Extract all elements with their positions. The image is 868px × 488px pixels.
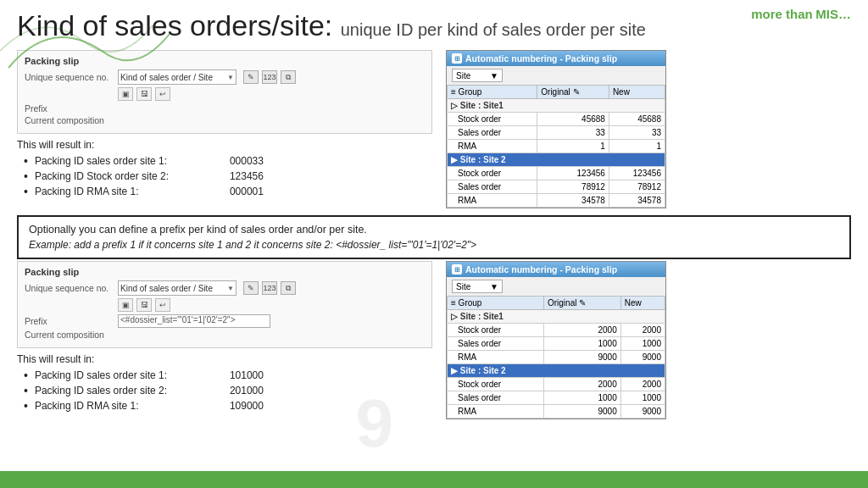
num-icon-btn-2[interactable]: 123	[262, 281, 277, 295]
win-app-icon: ⊞	[452, 53, 462, 64]
result-intro-1: This will result in:	[17, 139, 432, 151]
copy-icon-btn[interactable]: ⧉	[281, 70, 296, 84]
brand-tagline: more than	[751, 7, 813, 21]
table-row: Sales order 33 33	[448, 126, 665, 140]
page-number-deco: 9	[356, 385, 394, 463]
row-new: 78912	[609, 180, 665, 194]
title-sub: unique ID per kind of sales order per si…	[341, 20, 646, 39]
an-table-2: ≡ Group Original ✎ New ▷ Site : Site1 St…	[447, 296, 665, 419]
item-label: Packing ID RMA site 1:	[35, 186, 230, 197]
bottom-bar	[0, 471, 868, 488]
tool-btn-2-1[interactable]: ▣	[118, 298, 133, 312]
site2-label-2: ▶ Site : Site 2	[448, 364, 665, 378]
win-title-bar-2: ⊞ Automatic numbering - Packing slip	[447, 262, 665, 277]
table-row: Sales order 1000 1000	[448, 337, 665, 351]
row-original: 45688	[537, 113, 609, 126]
col-new-2: New	[620, 297, 665, 310]
item-label: Packing ID Stock order site 2:	[35, 170, 230, 182]
tool-btn-1[interactable]: ▣	[118, 87, 133, 101]
row-name: RMA	[448, 351, 544, 364]
col-original: Original ✎	[537, 86, 609, 99]
item-label: Packing ID sales order site 1:	[35, 155, 230, 167]
ps-composition-row-2: Current composition	[25, 330, 425, 340]
ps-seq-label: Unique sequence no.	[25, 72, 118, 82]
row-name: Stock order	[448, 113, 537, 126]
ps-prefix-input-2[interactable]: <#dossier_list="'01'=1|'02'=2">	[118, 314, 270, 328]
item-value: 201000	[230, 385, 264, 396]
row-new: 1000	[620, 391, 665, 405]
highlight-italic-text: Example: add a prefix 1 if it concerns s…	[29, 239, 839, 251]
row-name: Stock order	[448, 324, 544, 337]
dropdown-arrow: ▼	[227, 74, 234, 81]
list-item: Packing ID RMA site 1: 000001	[24, 185, 432, 198]
row-original: 1000	[543, 337, 620, 351]
tool-btn-2[interactable]: 🖫	[136, 87, 152, 101]
row-original: 33	[537, 126, 609, 140]
table-row: Sales order 1000 1000	[448, 391, 665, 405]
ps-title-1: Packing slip	[25, 56, 425, 66]
table-row: RMA 9000 9000	[448, 405, 665, 419]
highlight-main-text: Optionally you can define a prefix per k…	[29, 224, 839, 236]
edit-icon-btn[interactable]: ✎	[243, 70, 259, 84]
ps-prefix-row-2: Prefix <#dossier_list="'01'=1|'02'=2">	[25, 314, 425, 328]
tool-btn-2-3[interactable]: ↩	[155, 298, 170, 312]
row-name: Sales order	[448, 337, 544, 351]
site1-label: ▷ Site : Site1	[448, 99, 665, 113]
col-new: New	[609, 86, 665, 99]
tool-btn-3[interactable]: ↩	[155, 87, 170, 101]
row-new: 34578	[609, 194, 665, 208]
row-original: 1000	[543, 391, 620, 405]
result-intro-2: This will result in:	[17, 353, 432, 365]
ps-tool-row: ▣ 🖫 ↩	[118, 87, 425, 101]
table-header-row: ≡ Group Original ✎ New	[448, 86, 665, 99]
row-original: 1	[537, 140, 609, 153]
win-title-2: Automatic numbering - Packing slip	[465, 264, 617, 274]
item-value: 123456	[230, 170, 264, 182]
row-name: Stock order	[448, 167, 537, 180]
ps-action-icons-2: ✎ 123 ⧉	[243, 281, 296, 295]
highlight-box: Optionally you can define a prefix per k…	[17, 215, 851, 259]
win-app-icon-2: ⊞	[452, 264, 462, 274]
col-original-2: Original ✎	[543, 297, 620, 310]
site-select-2[interactable]: Site ▼	[452, 280, 503, 293]
ps-prefix-row: Prefix	[25, 103, 425, 114]
ps-kind-select-2[interactable]: Kind of sales order / Site ▼	[118, 280, 236, 296]
num-icon-btn[interactable]: 123	[262, 70, 277, 84]
row-original: 78912	[537, 180, 609, 194]
bottom-section: Packing slip Unique sequence no. Kind of…	[0, 261, 868, 419]
list-item: Packing ID sales order site 1: 000033	[24, 154, 432, 168]
ps-prefix-label: Prefix	[25, 103, 118, 114]
row-name: Sales order	[448, 126, 537, 140]
site1-header-2: ▷ Site : Site1	[448, 310, 665, 324]
row-new: 45688	[609, 113, 665, 126]
ps-composition-label-2: Current composition	[25, 330, 118, 340]
col-group-2: ≡ Group	[448, 297, 544, 310]
ps-seq-row: Unique sequence no. Kind of sales order …	[25, 69, 425, 85]
table-header-row-2: ≡ Group Original ✎ New	[448, 297, 665, 310]
col-group: ≡ Group	[448, 86, 537, 99]
bottom-right-col: ⊞ Automatic numbering - Packing slip Sit…	[446, 261, 851, 419]
row-original: 2000	[543, 378, 620, 391]
site-toolbar-1: Site ▼	[447, 66, 665, 85]
site-select-1[interactable]: Site ▼	[452, 69, 503, 82]
ps-kind-select[interactable]: Kind of sales order / Site ▼	[118, 69, 236, 85]
table-row: RMA 9000 9000	[448, 351, 665, 364]
row-new: 2000	[620, 378, 665, 391]
ps-composition-row: Current composition	[25, 115, 425, 125]
an-table-1: ≡ Group Original ✎ New ▷ Site : Site1 St…	[447, 85, 665, 208]
copy-icon-btn-2[interactable]: ⧉	[281, 281, 296, 295]
item-value: 109000	[230, 400, 264, 412]
tool-btn-2-2[interactable]: 🖫	[136, 298, 152, 312]
item-value: 000001	[230, 186, 264, 197]
packing-slip-widget-2: Packing slip Unique sequence no. Kind of…	[17, 261, 432, 348]
row-name: RMA	[448, 405, 544, 419]
auto-num-window-1: ⊞ Automatic numbering - Packing slip Sit…	[446, 50, 666, 208]
row-original: 2000	[543, 324, 620, 337]
row-original: 34578	[537, 194, 609, 208]
branding: more than MIS…	[751, 7, 851, 21]
ps-title-2: Packing slip	[25, 267, 425, 277]
edit-icon-btn-2[interactable]: ✎	[243, 281, 259, 295]
main-content: Packing slip Unique sequence no. Kind of…	[0, 45, 868, 214]
table-row: RMA 1 1	[448, 140, 665, 153]
row-new: 123456	[609, 167, 665, 180]
